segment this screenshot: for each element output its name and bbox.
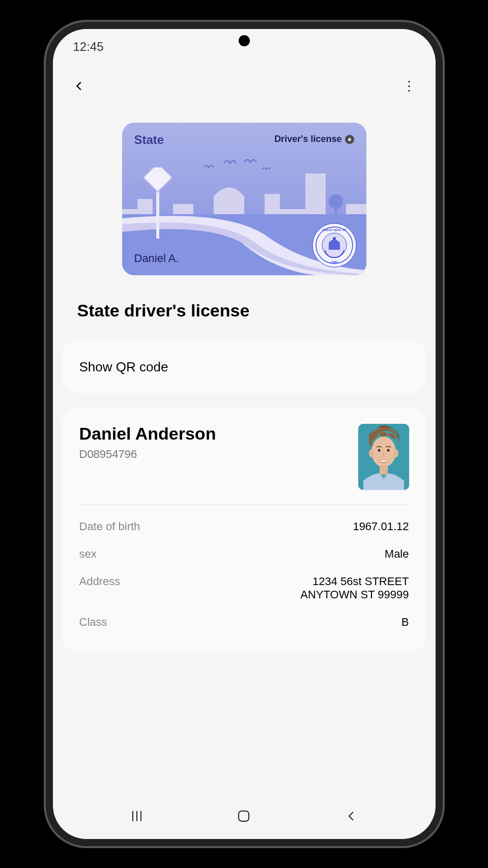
portrait-placeholder-icon	[358, 424, 409, 490]
page-title: State driver's license	[62, 301, 426, 341]
address-line1: 1234 56st STREET	[312, 575, 409, 588]
holder-info: Daniel Anderson D08954796	[79, 424, 216, 461]
svg-rect-17	[380, 466, 388, 475]
class-value: B	[401, 616, 409, 629]
holder-id-number: D08954796	[79, 448, 216, 461]
class-label: Class	[79, 616, 107, 629]
road-sign-icon	[142, 167, 173, 239]
svg-rect-21	[239, 811, 249, 821]
svg-rect-1	[335, 205, 337, 214]
chevron-left-icon	[74, 80, 85, 92]
svg-point-15	[378, 449, 380, 452]
holder-full-name: Daniel Anderson	[79, 424, 216, 444]
svg-rect-2	[156, 188, 159, 239]
nav-back-button[interactable]	[338, 803, 364, 829]
star-badge-icon	[345, 135, 354, 144]
show-qr-code-button[interactable]: Show QR code	[62, 341, 426, 393]
phone-frame: 12:45 ⋮	[46, 22, 443, 846]
back-button[interactable]	[68, 75, 91, 97]
birds-icon	[204, 158, 275, 179]
details-panel: Daniel Anderson D08954796	[62, 409, 426, 651]
more-options-button[interactable]: ⋮	[398, 75, 420, 97]
sex-value: Male	[385, 547, 409, 561]
status-bar: 12:45	[53, 29, 436, 65]
card-type-label: Driver's license	[274, 134, 354, 144]
svg-text:GREAT SEAL OF: GREAT SEAL OF	[322, 228, 346, 232]
svg-point-13	[369, 449, 374, 457]
address-line2: ANYTOWN ST 99999	[300, 588, 409, 601]
camera-notch	[239, 35, 250, 46]
address-value: 1234 56st STREET ANYTOWN ST 99999	[300, 575, 409, 601]
card-state-label: State	[134, 133, 164, 147]
detail-row-dob: Date of birth 1967.01.12	[79, 513, 409, 540]
detail-row-address: Address 1234 56st STREET ANYTOWN ST 9999…	[79, 568, 409, 609]
license-card-image[interactable]: State Driver's license Daniel A. GREA	[122, 123, 366, 275]
holder-photo	[358, 424, 409, 490]
recents-button[interactable]	[124, 803, 150, 829]
details-header: Daniel Anderson D08954796	[79, 424, 409, 505]
card-holder-short-name: Daniel A.	[134, 252, 179, 265]
status-time: 12:45	[73, 40, 104, 54]
detail-row-sex: sex Male	[79, 540, 409, 568]
screen: 12:45 ⋮	[53, 29, 436, 839]
content-area: State Driver's license Daniel A. GREA	[53, 107, 436, 793]
dob-label: Date of birth	[79, 520, 140, 533]
card-type-text: Driver's license	[274, 134, 341, 144]
system-nav-bar	[53, 793, 436, 839]
qr-button-label: Show QR code	[79, 359, 168, 374]
svg-marker-4	[347, 137, 351, 141]
tree-icon	[326, 194, 346, 214]
detail-row-class: Class B	[79, 609, 409, 636]
svg-rect-3	[143, 167, 172, 192]
top-nav: ⋮	[53, 65, 436, 107]
svg-point-14	[393, 449, 398, 457]
svg-point-16	[387, 449, 389, 452]
svg-text:· 1984 ·: · 1984 ·	[329, 261, 339, 264]
dob-value: 1967.01.12	[353, 520, 409, 533]
home-button[interactable]	[231, 803, 256, 829]
recents-icon	[130, 809, 144, 823]
svg-point-8	[333, 237, 336, 240]
more-vertical-icon: ⋮	[403, 78, 416, 94]
state-seal-icon: GREAT SEAL OF · 1984 ·	[311, 222, 357, 268]
nav-back-icon	[345, 810, 357, 822]
home-icon	[237, 809, 251, 823]
address-label: Address	[79, 575, 121, 588]
sex-label: sex	[79, 547, 97, 561]
